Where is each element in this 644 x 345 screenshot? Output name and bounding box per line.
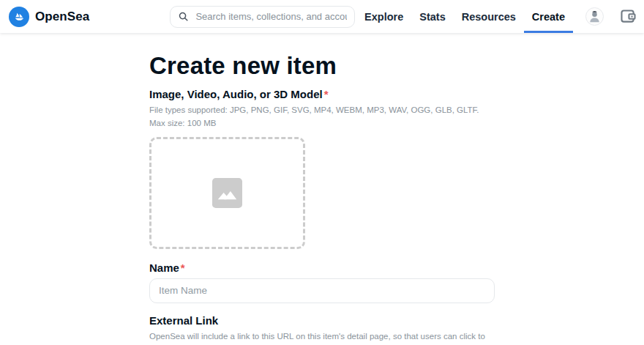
main-nav: Explore Stats Resources Create bbox=[356, 0, 573, 33]
page-title: Create new item bbox=[149, 53, 495, 78]
nav-item-explore[interactable]: Explore bbox=[356, 0, 411, 33]
name-input[interactable] bbox=[149, 278, 495, 303]
external-link-field-label: External Link bbox=[149, 314, 495, 327]
search-bar[interactable] bbox=[170, 6, 355, 28]
wallet-button[interactable] bbox=[621, 10, 636, 23]
search-input[interactable] bbox=[195, 11, 347, 22]
asset-helper-text: File types supported: JPG, PNG, GIF, SVG… bbox=[149, 104, 495, 130]
name-field-label: Name* bbox=[149, 261, 495, 274]
user-icon bbox=[586, 8, 603, 25]
nav-item-stats[interactable]: Stats bbox=[411, 0, 453, 33]
nav-item-create[interactable]: Create bbox=[524, 0, 573, 33]
nav-item-resources[interactable]: Resources bbox=[454, 0, 524, 33]
image-placeholder-icon bbox=[211, 177, 243, 209]
create-item-form: Create new item Image, Video, Audio, or … bbox=[149, 53, 495, 345]
asset-field-label: Image, Video, Audio, or 3D Model* bbox=[149, 88, 495, 100]
media-upload-dropzone[interactable] bbox=[149, 137, 305, 249]
required-marker: * bbox=[181, 261, 185, 274]
required-marker: * bbox=[324, 88, 329, 100]
top-nav-bar: OpenSea Explore Stats Resources Create bbox=[0, 0, 644, 33]
profile-avatar[interactable] bbox=[585, 7, 604, 26]
search-icon bbox=[178, 11, 189, 22]
brand-wordmark: OpenSea bbox=[35, 10, 89, 24]
external-link-helper-text: OpenSea will include a link to this URL … bbox=[149, 330, 495, 345]
opensea-boat-icon bbox=[9, 7, 29, 27]
wallet-icon bbox=[621, 10, 636, 23]
opensea-logo[interactable]: OpenSea bbox=[9, 7, 89, 27]
